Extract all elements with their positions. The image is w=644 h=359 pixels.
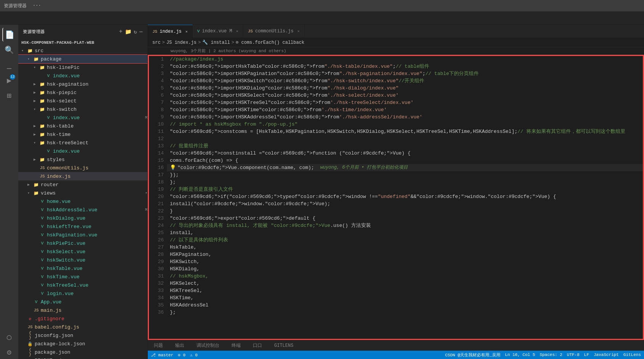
activity-git[interactable]: ⎯ bbox=[2, 58, 16, 72]
tree-item-hskPiePic-vue[interactable]: VhskPiePic.vue bbox=[18, 239, 147, 247]
code-line-7: "color:#c586c0;">import HSKTreeSel "colo… bbox=[167, 99, 644, 106]
code-line-13: // 批量组件注册 bbox=[167, 142, 644, 150]
errors-count[interactable]: ⊙ 0 bbox=[178, 353, 185, 357]
tree-item-README-md[interactable]: M↓README.md bbox=[18, 356, 147, 359]
sidebar-header: 资源管理器 + 📁 ↻ ― bbox=[18, 25, 147, 39]
close-tab-index-js[interactable]: ✕ bbox=[185, 29, 188, 34]
tab-gitlens[interactable]: GITLENS bbox=[271, 342, 296, 349]
tree-item-hsk-linePic[interactable]: ▾📁hsk-linePic bbox=[18, 63, 147, 72]
code-line-33: HSKTreeSel, bbox=[167, 287, 644, 294]
line-ending: LF bbox=[584, 353, 589, 357]
close-tab-commonutils[interactable]: ✕ bbox=[297, 29, 300, 34]
tab-index-vue[interactable]: V index.vue M ✕ bbox=[193, 25, 243, 38]
vue-icon-1: V bbox=[197, 29, 200, 34]
tab-problems[interactable]: 问题 bbox=[151, 341, 166, 349]
code-line-25: install, bbox=[167, 229, 644, 236]
menu-more[interactable]: ··· bbox=[33, 3, 41, 8]
code-line-28: HSKPagination, bbox=[167, 251, 644, 258]
sidebar: 资源管理器 + 📁 ↻ ― HSK-COMPONENT-PACKAG-PLAT-… bbox=[18, 25, 148, 359]
activity-explorer[interactable]: 📄 bbox=[2, 28, 16, 41]
code-line-32: HSKSelect, bbox=[167, 280, 644, 287]
tab-label-commonUtils-js: commonUtils.js bbox=[255, 29, 294, 34]
tree-item-main-js[interactable]: JSmain.js bbox=[18, 306, 147, 314]
tree-item-hsk-table[interactable]: ▶📁hsk-table bbox=[18, 122, 147, 130]
settings-icon: ⚙ bbox=[7, 348, 11, 357]
tree-item-hsk-select[interactable]: ▶📁hsk-select bbox=[18, 97, 147, 105]
tree-item-hskSelect-vue[interactable]: VhskSelect.vue bbox=[18, 247, 147, 256]
bottom-panel-tabs: 问题 输出 调试控制台 终端 口口 GITLENS bbox=[148, 340, 644, 351]
tree-item-index-vue-1[interactable]: Vindex.vue bbox=[18, 72, 147, 80]
tab-debug-console[interactable]: 调试控制台 bbox=[193, 341, 222, 349]
tree-item-babel-config[interactable]: JSbabel.config.js bbox=[18, 323, 147, 331]
tree-item-index-vue-2[interactable]: Vindex.vueM bbox=[18, 113, 147, 122]
tab-bar bbox=[0, 11, 644, 25]
activity-accounts[interactable]: ◯ bbox=[2, 330, 16, 344]
tree-item-home-vue[interactable]: Vhome.vue bbox=[18, 197, 147, 206]
tab-label-index-vue: index.vue M bbox=[202, 29, 232, 34]
close-tab-index-vue[interactable]: ✕ bbox=[236, 29, 238, 34]
code-editor[interactable]: 1234567891011121314151617181920212223242… bbox=[148, 55, 644, 340]
gitlens-status: GitLens bbox=[623, 353, 641, 357]
code-line-31: // hskMsgbox, bbox=[167, 273, 644, 280]
tree-item-hsk-treeSelect[interactable]: ▾📁hsk-treeSelect bbox=[18, 139, 147, 147]
tree-item-src[interactable]: ▾📁src bbox=[18, 46, 147, 55]
tab-label-index-js: index.js bbox=[160, 29, 182, 34]
tree-item-index-js-main[interactable]: JSindex.js bbox=[18, 172, 147, 180]
tree-item-hskLeftTree-vue[interactable]: VhskLeftTree.vue bbox=[18, 222, 147, 231]
tree-item-login-vue[interactable]: Vlogin.vue bbox=[18, 289, 147, 298]
tab-output[interactable]: 输出 bbox=[172, 341, 187, 349]
collapse-icon[interactable]: ― bbox=[139, 29, 143, 35]
git-branch[interactable]: ⎇ master bbox=[151, 353, 173, 357]
tree-item-package-lock[interactable]: 🔒package-lock.json bbox=[18, 340, 147, 348]
tree-item-hsk-pagination[interactable]: ▶📁hsk-pagination bbox=[18, 80, 147, 88]
code-line-10: // import * as hskMsgbox from "./pop-up.… bbox=[167, 121, 644, 128]
tree-item-App-vue[interactable]: VApp.vue bbox=[18, 298, 147, 306]
menu-explorer[interactable]: 资源管理器 bbox=[4, 3, 27, 9]
tree-item-views[interactable]: ▾📁views• bbox=[18, 189, 147, 197]
code-content[interactable]: //package/index.js"color:#c586c0;">impor… bbox=[167, 55, 644, 340]
tree-item-hskTime-vue[interactable]: VhskTime.vue bbox=[18, 273, 147, 281]
status-left: ⎇ master ⊙ 0 ⚠ 0 bbox=[151, 353, 198, 357]
refresh-icon[interactable]: ↻ bbox=[134, 29, 137, 35]
breadcrumb-js: JS index.js bbox=[166, 40, 197, 45]
tab-terminal[interactable]: 终端 bbox=[229, 341, 244, 349]
tree-item-hskAddressSel-vue[interactable]: VhskAddressSel.vueM bbox=[18, 206, 147, 214]
tree-item-hsk-piepic[interactable]: ▶📁hsk-piepic bbox=[18, 88, 147, 97]
tree-item-styles[interactable]: ▶📁styles bbox=[18, 155, 147, 164]
tree-item-hsk-switch[interactable]: ▾📁hsk-switch bbox=[18, 105, 147, 113]
tree-item-package-json[interactable]: { }package.json bbox=[18, 348, 147, 356]
warnings-count[interactable]: ⚠ 0 bbox=[190, 353, 198, 357]
activity-search[interactable]: 🔍 bbox=[2, 43, 16, 57]
extensions-icon: ⊞ bbox=[7, 91, 11, 101]
tree-item-hskSwitch-vue[interactable]: VhskSwitch.vue bbox=[18, 256, 147, 264]
code-line-22: } bbox=[167, 207, 644, 215]
code-line-20: "color:#569cd6;">if ("color:#569cd6;">ty… bbox=[167, 193, 644, 200]
tab-ports[interactable]: 口口 bbox=[250, 341, 265, 349]
tree-item-jsconfig-json[interactable]: { }jsconfig.json bbox=[18, 331, 147, 340]
new-folder-icon[interactable]: 📁 bbox=[125, 29, 132, 35]
tab-index-js[interactable]: JS index.js ✕ bbox=[148, 25, 193, 38]
activity-extensions[interactable]: ⊞ bbox=[2, 89, 16, 102]
tree-item-hskPagination-vue[interactable]: VhskPagination.vue bbox=[18, 231, 147, 239]
tab-commonUtils-js[interactable]: JS commonUtils.js ✕ bbox=[243, 25, 305, 38]
code-line-19: // 判断是否是直接引入文件 bbox=[167, 186, 644, 193]
language-mode[interactable]: JavaScript bbox=[594, 353, 619, 357]
code-line-12 bbox=[167, 135, 644, 142]
tree-item-gitignore[interactable]: ⊘.gitignore bbox=[18, 314, 147, 323]
code-line-24: // 导出的对象必须具有 install, 才能被 "color:#9cdcfe… bbox=[167, 222, 644, 229]
tree-item-hskTreeSel-vue[interactable]: VhskTreeSel.vue bbox=[18, 281, 147, 289]
tree-item-hskDialog-vue[interactable]: VhskDialog.vue bbox=[18, 214, 147, 222]
tree-item-package[interactable]: ▾📁package bbox=[18, 55, 147, 63]
tree-item-hsk-time[interactable]: ▶📁hsk-time bbox=[18, 130, 147, 139]
code-line-34: HSKTime, bbox=[167, 294, 644, 302]
git-icon: ⎯ bbox=[7, 61, 11, 70]
activity-debug[interactable]: ▶ 12 bbox=[2, 73, 16, 87]
code-line-8: "color:#c586c0;">import HSKTime "color:#… bbox=[167, 106, 644, 113]
tree-item-router[interactable]: ▶📁router bbox=[18, 180, 147, 189]
tree-item-hskTable-vue[interactable]: VhskTable.vue bbox=[18, 264, 147, 273]
activity-settings[interactable]: ⚙ bbox=[2, 345, 16, 359]
tree-item-index-vue-3[interactable]: Vindex.vue bbox=[18, 147, 147, 155]
new-file-icon[interactable]: + bbox=[119, 29, 123, 35]
tree-item-commonUtils-js[interactable]: JScommonUtils.js bbox=[18, 164, 147, 172]
breadcrumb-src: src bbox=[152, 40, 161, 45]
